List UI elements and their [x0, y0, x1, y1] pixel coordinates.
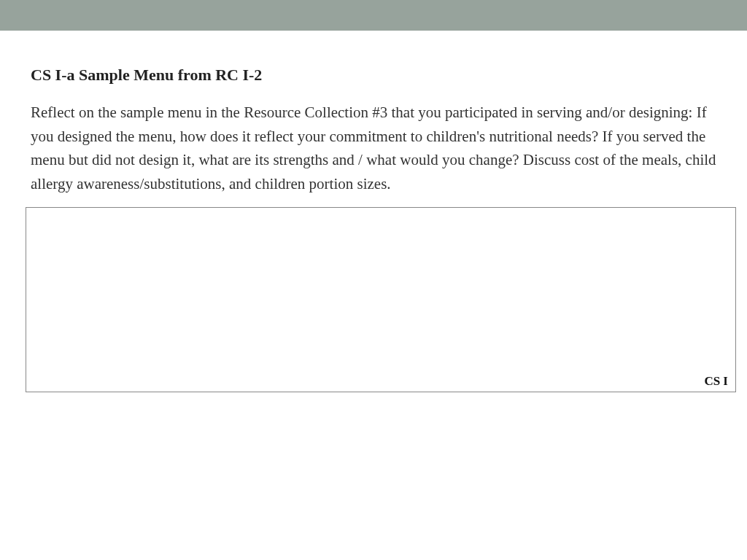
- top-banner: [0, 0, 747, 31]
- page-content: CS I-a Sample Menu from RC I-2 Reflect o…: [0, 31, 747, 195]
- section-heading: CS I-a Sample Menu from RC I-2: [31, 66, 716, 85]
- prompt-text: Reflect on the sample menu in the Resour…: [31, 101, 716, 195]
- response-box[interactable]: CS I: [26, 207, 736, 392]
- response-box-label: CS I: [704, 374, 728, 389]
